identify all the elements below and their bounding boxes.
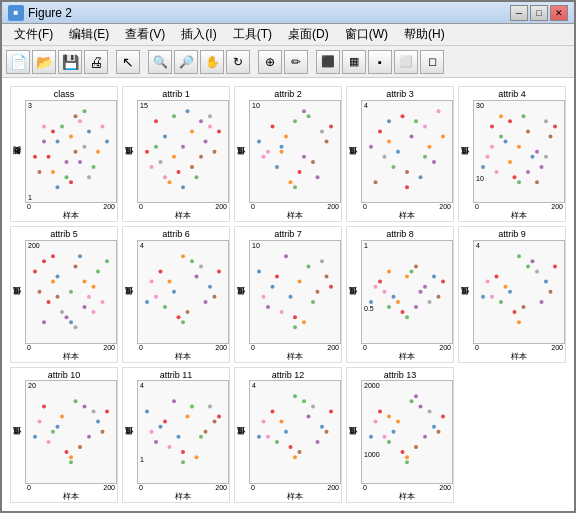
- svg-point-94: [508, 160, 512, 164]
- svg-point-143: [186, 310, 190, 314]
- plot-attrib6-canvas: 4: [137, 240, 229, 344]
- plot-attrib8-canvas: 1 0.5: [361, 240, 453, 344]
- svg-point-249: [284, 430, 288, 434]
- svg-point-108: [526, 170, 530, 174]
- svg-point-265: [293, 395, 297, 399]
- svg-point-8: [47, 155, 51, 159]
- plot-tools-button[interactable]: ◻: [420, 50, 444, 74]
- svg-point-261: [325, 430, 329, 434]
- svg-point-206: [517, 320, 521, 324]
- svg-point-20: [74, 114, 78, 118]
- svg-point-175: [392, 295, 396, 299]
- new-button[interactable]: 📄: [6, 50, 30, 74]
- menu-view[interactable]: 查看(V): [117, 24, 173, 45]
- toolbar: 📄 📂 💾 🖨 ↖ 🔍 🔎 ✋ ↻ ⊕ ✏ ⬛ ▦ ▪ ⬜ ◻: [2, 46, 574, 78]
- plot-attrib11: attrib 11 属性值 4 1: [122, 367, 230, 503]
- plot-attrib8: attrib 8 属性值 1 0.5: [346, 226, 454, 362]
- svg-point-195: [508, 290, 512, 294]
- svg-point-48: [208, 114, 212, 118]
- menu-desktop[interactable]: 桌面(D): [280, 24, 337, 45]
- menu-window[interactable]: 窗口(W): [337, 24, 396, 45]
- svg-point-278: [405, 456, 409, 460]
- plot-attrib3-title: attrib 3: [386, 87, 414, 100]
- svg-point-199: [522, 305, 526, 309]
- svg-point-154: [145, 300, 149, 304]
- menu-insert[interactable]: 插入(I): [173, 24, 224, 45]
- svg-point-251: [316, 440, 320, 444]
- menu-edit[interactable]: 编辑(E): [61, 24, 117, 45]
- svg-point-62: [289, 180, 293, 184]
- svg-point-193: [387, 270, 391, 274]
- hide-show-button[interactable]: ⬜: [394, 50, 418, 74]
- menu-file[interactable]: 文件(F): [6, 24, 61, 45]
- svg-point-44: [199, 119, 203, 123]
- zoom-in-button[interactable]: 🔍: [148, 50, 172, 74]
- svg-point-163: [320, 259, 324, 263]
- svg-point-124: [96, 270, 100, 274]
- insert-legend-button[interactable]: ▪: [368, 50, 392, 74]
- svg-point-262: [262, 420, 266, 424]
- svg-point-243: [213, 420, 217, 424]
- save-button[interactable]: 💾: [58, 50, 82, 74]
- svg-point-17: [65, 175, 69, 179]
- menu-help[interactable]: 帮助(H): [396, 24, 453, 45]
- svg-point-232: [190, 405, 194, 409]
- data-cursor-button[interactable]: ⊕: [258, 50, 282, 74]
- svg-point-42: [181, 185, 185, 189]
- svg-point-72: [414, 119, 418, 123]
- plot-attrib2-xlabel: 样本: [249, 210, 341, 221]
- plot-attrib11-canvas: 4 1: [137, 380, 229, 484]
- svg-point-246: [145, 410, 149, 414]
- plot-attrib4-xlabel: 样本: [473, 210, 565, 221]
- print-button[interactable]: 🖨: [84, 50, 108, 74]
- svg-point-64: [262, 155, 266, 159]
- plot-attrib13: attrib 13 属性值 2000 1000: [346, 367, 454, 503]
- svg-point-96: [495, 170, 499, 174]
- svg-point-227: [105, 410, 109, 414]
- open-button[interactable]: 📂: [32, 50, 56, 74]
- cursor-button[interactable]: ↖: [116, 50, 140, 74]
- plot-attrib2-title: attrib 2: [274, 87, 302, 100]
- svg-point-131: [105, 259, 109, 263]
- svg-point-153: [217, 270, 221, 274]
- svg-point-82: [428, 144, 432, 148]
- svg-point-203: [544, 280, 548, 284]
- svg-point-214: [74, 400, 78, 404]
- svg-point-279: [437, 430, 441, 434]
- menu-tools[interactable]: 工具(T): [225, 24, 280, 45]
- svg-point-116: [69, 290, 73, 294]
- svg-point-283: [405, 461, 409, 465]
- content-area: class 类别标签 3 1: [2, 78, 574, 511]
- svg-point-84: [437, 109, 441, 113]
- insert-colorbar-button[interactable]: ▦: [342, 50, 366, 74]
- svg-point-242: [195, 456, 199, 460]
- svg-point-110: [535, 180, 539, 184]
- plot-attrib9-xticks: 0200: [473, 344, 565, 351]
- maximize-button[interactable]: □: [530, 5, 548, 21]
- svg-point-109: [499, 114, 503, 118]
- svg-point-220: [65, 451, 69, 455]
- zoom-out-button[interactable]: 🔎: [174, 50, 198, 74]
- pan-button[interactable]: ✋: [200, 50, 224, 74]
- plot-attrib3-canvas: 4: [361, 100, 453, 204]
- svg-point-271: [414, 445, 418, 449]
- brush-button[interactable]: ✏: [284, 50, 308, 74]
- link-button[interactable]: ⬛: [316, 50, 340, 74]
- plot-attrib5-xticks: 0200: [25, 344, 117, 351]
- svg-point-63: [325, 139, 329, 143]
- svg-point-119: [74, 265, 78, 269]
- minimize-button[interactable]: ─: [510, 5, 528, 21]
- svg-point-36: [195, 175, 199, 179]
- svg-point-57: [320, 129, 324, 133]
- plot-attrib5: attrib 5 属性值 200: [10, 226, 118, 362]
- plot-class-canvas: 3 1: [25, 100, 117, 204]
- svg-point-129: [33, 270, 37, 274]
- svg-point-12: [96, 150, 100, 154]
- close-button[interactable]: ✕: [550, 5, 568, 21]
- svg-point-280: [374, 420, 378, 424]
- svg-point-151: [213, 295, 217, 299]
- svg-point-255: [311, 405, 315, 409]
- rotate-button[interactable]: ↻: [226, 50, 250, 74]
- svg-point-212: [42, 405, 46, 409]
- svg-point-28: [172, 114, 176, 118]
